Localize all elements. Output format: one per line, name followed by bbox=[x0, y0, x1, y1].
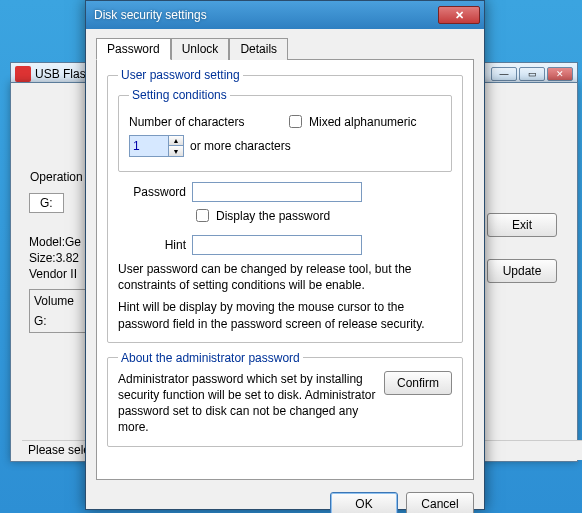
dialog-title: Disk security settings bbox=[90, 8, 438, 22]
volume-value: G: bbox=[34, 314, 84, 328]
mixed-alphanumeric-input[interactable] bbox=[289, 115, 302, 128]
tab-details[interactable]: Details bbox=[229, 38, 288, 60]
tabstrip: Password Unlock Details bbox=[96, 37, 474, 60]
volume-label: Volume bbox=[34, 294, 84, 308]
password-input[interactable] bbox=[192, 182, 362, 202]
admin-password-legend: About the administrator password bbox=[118, 351, 303, 365]
cancel-button[interactable]: Cancel bbox=[406, 492, 474, 513]
admin-password-group: About the administrator password Adminis… bbox=[107, 351, 463, 447]
dialog-titlebar: Disk security settings ✕ bbox=[86, 1, 484, 29]
tab-unlock[interactable]: Unlock bbox=[171, 38, 230, 60]
tab-password[interactable]: Password bbox=[96, 38, 171, 60]
ormore-label: or more characters bbox=[190, 139, 291, 153]
exit-button[interactable]: Exit bbox=[487, 213, 557, 237]
display-password-checkbox[interactable]: Display the password bbox=[192, 206, 330, 225]
parent-close-button[interactable]: ✕ bbox=[547, 67, 573, 81]
admin-note: Administrator password which set by inst… bbox=[118, 371, 376, 436]
tab-pane: User password setting Setting conditions… bbox=[96, 60, 474, 480]
numchars-label: Number of characters bbox=[129, 115, 259, 129]
confirm-button[interactable]: Confirm bbox=[384, 371, 452, 395]
parent-minimize-button[interactable]: — bbox=[491, 67, 517, 81]
volume-box: Volume G: bbox=[29, 289, 89, 333]
drive-tab[interactable]: G: bbox=[29, 193, 64, 213]
display-password-label: Display the password bbox=[216, 209, 330, 223]
disk-security-dialog: Disk security settings ✕ Password Unlock… bbox=[85, 0, 485, 510]
user-password-group: User password setting Setting conditions… bbox=[107, 68, 463, 343]
numchars-input[interactable] bbox=[130, 136, 168, 156]
dialog-footer: OK Cancel bbox=[86, 486, 484, 513]
display-password-input[interactable] bbox=[196, 209, 209, 222]
ok-button[interactable]: OK bbox=[330, 492, 398, 513]
setting-conditions-group: Setting conditions Number of characters … bbox=[118, 88, 452, 172]
menu-operation[interactable]: Operation bbox=[30, 170, 83, 186]
password-label: Password bbox=[118, 185, 186, 199]
update-button[interactable]: Update bbox=[487, 259, 557, 283]
setting-conditions-legend: Setting conditions bbox=[129, 88, 230, 102]
mixed-alphanumeric-checkbox[interactable]: Mixed alphanumeric bbox=[285, 112, 416, 131]
parent-app-icon bbox=[15, 66, 31, 82]
numchars-spinner[interactable]: ▲ ▼ bbox=[129, 135, 184, 157]
parent-maximize-button[interactable]: ▭ bbox=[519, 67, 545, 81]
mixed-alphanumeric-label: Mixed alphanumeric bbox=[309, 115, 416, 129]
user-password-legend: User password setting bbox=[118, 68, 243, 82]
spinner-down-icon[interactable]: ▼ bbox=[169, 146, 183, 156]
hint-input[interactable] bbox=[192, 235, 362, 255]
spinner-up-icon[interactable]: ▲ bbox=[169, 136, 183, 146]
user-note-2: Hint will be display by moving the mouse… bbox=[118, 299, 452, 331]
hint-label: Hint bbox=[118, 238, 186, 252]
user-note-1: User password can be changed by release … bbox=[118, 261, 452, 293]
dialog-close-button[interactable]: ✕ bbox=[438, 6, 480, 24]
